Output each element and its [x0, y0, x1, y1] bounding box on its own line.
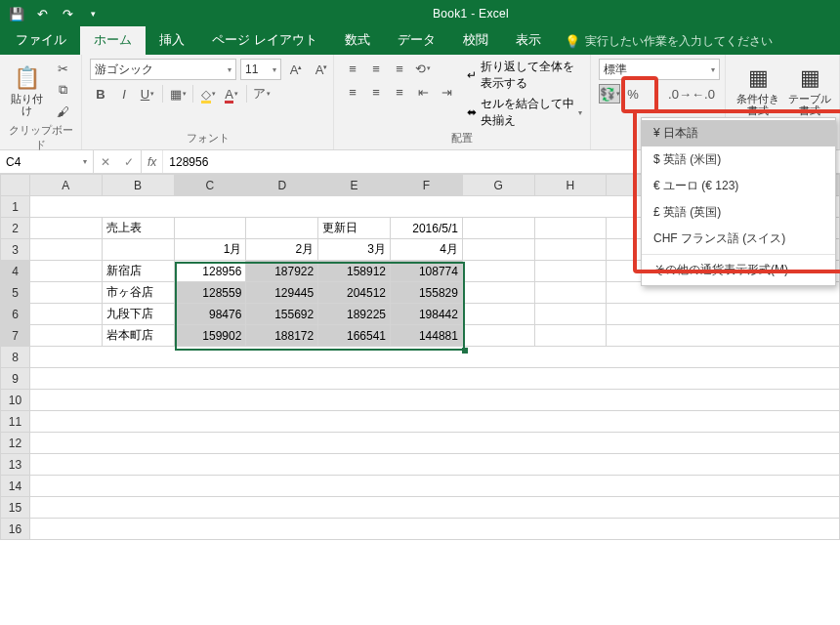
currency-item-more[interactable]: その他の通貨表示形式(M)...: [642, 257, 835, 283]
cell-B7[interactable]: 岩本町店: [102, 325, 174, 347]
increase-decimal-button[interactable]: .0→: [669, 84, 691, 104]
col-header-H[interactable]: H: [534, 175, 607, 196]
phonetic-button[interactable]: ア: [251, 84, 273, 104]
cell[interactable]: [29, 519, 839, 540]
cell[interactable]: [29, 218, 102, 239]
cell-F5[interactable]: 155829: [391, 282, 463, 304]
cell-F6[interactable]: 198442: [391, 304, 463, 325]
cell-B4[interactable]: 新宿店: [102, 261, 174, 282]
currency-item-gbp[interactable]: £ 英語 (英国): [642, 199, 835, 226]
col-header-A[interactable]: A: [29, 175, 102, 196]
cell[interactable]: [29, 368, 839, 390]
row-header-6[interactable]: 6: [1, 304, 30, 325]
cell[interactable]: [29, 347, 839, 368]
cell[interactable]: [29, 390, 839, 411]
font-size-combo[interactable]: 11▾: [240, 59, 281, 80]
decrease-decimal-button[interactable]: ←.0: [693, 84, 714, 104]
increase-indent-button[interactable]: ⇥: [436, 82, 457, 102]
cut-button[interactable]: ✂: [52, 59, 73, 78]
col-header-B[interactable]: B: [102, 175, 174, 196]
cell-D7[interactable]: 188172: [246, 325, 318, 347]
increase-font-button[interactable]: A▴: [285, 60, 307, 79]
tab-data[interactable]: データ: [384, 26, 449, 55]
row-header-15[interactable]: 15: [1, 497, 30, 519]
decrease-font-button[interactable]: A▾: [311, 60, 332, 79]
align-left-button[interactable]: ≡: [342, 82, 363, 102]
format-painter-button[interactable]: 🖌: [52, 102, 73, 121]
cell[interactable]: [29, 476, 839, 497]
cell[interactable]: [102, 239, 174, 261]
tab-view[interactable]: 表示: [502, 26, 555, 55]
cell[interactable]: [29, 325, 102, 347]
cell[interactable]: [462, 239, 534, 261]
cell[interactable]: [29, 433, 839, 454]
row-header-9[interactable]: 9: [1, 368, 30, 390]
cell[interactable]: [29, 282, 102, 304]
cell[interactable]: [29, 454, 839, 476]
cell-E5[interactable]: 204512: [318, 282, 391, 304]
cell[interactable]: [462, 325, 534, 347]
cell-B2[interactable]: 売上表: [102, 218, 174, 239]
row-header-1[interactable]: 1: [1, 196, 30, 218]
insert-function-button[interactable]: fx: [142, 150, 163, 173]
cell[interactable]: [534, 304, 607, 325]
cell[interactable]: [174, 218, 246, 239]
conditional-formatting-button[interactable]: ▦ 条件付き 書式: [734, 59, 782, 123]
row-header-12[interactable]: 12: [1, 433, 30, 454]
cell-E7[interactable]: 166541: [318, 325, 391, 347]
cell[interactable]: [29, 304, 102, 325]
col-header-C[interactable]: C: [174, 175, 246, 196]
tab-formulas[interactable]: 数式: [331, 26, 384, 55]
decrease-indent-button[interactable]: ⇤: [412, 82, 434, 102]
cell[interactable]: [462, 218, 534, 239]
cell[interactable]: [29, 239, 102, 261]
orientation-button[interactable]: ⟲: [412, 59, 434, 78]
cell[interactable]: [462, 282, 534, 304]
cell[interactable]: [607, 325, 840, 347]
cell-E6[interactable]: 189225: [318, 304, 391, 325]
col-header-D[interactable]: D: [246, 175, 318, 196]
cell[interactable]: [462, 304, 534, 325]
fill-handle[interactable]: [462, 348, 468, 354]
currency-item-jpy[interactable]: ¥ 日本語: [642, 120, 835, 146]
cell-C5[interactable]: 128559: [174, 282, 246, 304]
qat-customize[interactable]: ▾: [80, 3, 105, 24]
cell[interactable]: [29, 411, 839, 433]
save-button[interactable]: 💾: [4, 3, 29, 24]
cell[interactable]: [534, 239, 607, 261]
cell-E4[interactable]: 158912: [318, 261, 391, 282]
row-header-13[interactable]: 13: [1, 454, 30, 476]
font-color-button[interactable]: A: [221, 84, 242, 104]
cell-D5[interactable]: 129445: [246, 282, 318, 304]
align-bottom-button[interactable]: ≡: [389, 59, 410, 78]
row-header-4[interactable]: 4: [1, 261, 30, 282]
undo-button[interactable]: ↶: [29, 3, 55, 24]
col-header-G[interactable]: G: [462, 175, 534, 196]
row-header-10[interactable]: 10: [1, 390, 30, 411]
align-right-button[interactable]: ≡: [389, 82, 410, 102]
row-header-11[interactable]: 11: [1, 411, 30, 433]
cell-B6[interactable]: 九段下店: [102, 304, 174, 325]
row-header-2[interactable]: 2: [1, 218, 30, 239]
cell-D4[interactable]: 187922: [246, 261, 318, 282]
cell-C6[interactable]: 98476: [174, 304, 246, 325]
cell-E3[interactable]: 3月: [318, 239, 391, 261]
currency-item-eur[interactable]: € ユーロ (€ 123): [642, 173, 835, 199]
cell[interactable]: [607, 304, 840, 325]
italic-button[interactable]: I: [113, 84, 135, 104]
align-center-button[interactable]: ≡: [365, 82, 387, 102]
cell-F7[interactable]: 144881: [391, 325, 463, 347]
wrap-text-button[interactable]: ↵折り返して全体を表示する: [467, 59, 582, 92]
underline-button[interactable]: U: [137, 84, 158, 104]
cell[interactable]: [534, 325, 607, 347]
merge-center-button[interactable]: ⬌セルを結合して中央揃え▾: [467, 96, 582, 129]
cell-C4[interactable]: 128956: [174, 261, 246, 282]
tab-review[interactable]: 校閲: [449, 26, 502, 55]
redo-button[interactable]: ↷: [55, 3, 80, 24]
cell-D3[interactable]: 2月: [246, 239, 318, 261]
align-middle-button[interactable]: ≡: [365, 59, 387, 78]
cell[interactable]: [29, 497, 839, 519]
cell-F4[interactable]: 108774: [391, 261, 463, 282]
row-header-16[interactable]: 16: [1, 519, 30, 540]
font-name-combo[interactable]: 游ゴシック▾: [90, 59, 236, 80]
